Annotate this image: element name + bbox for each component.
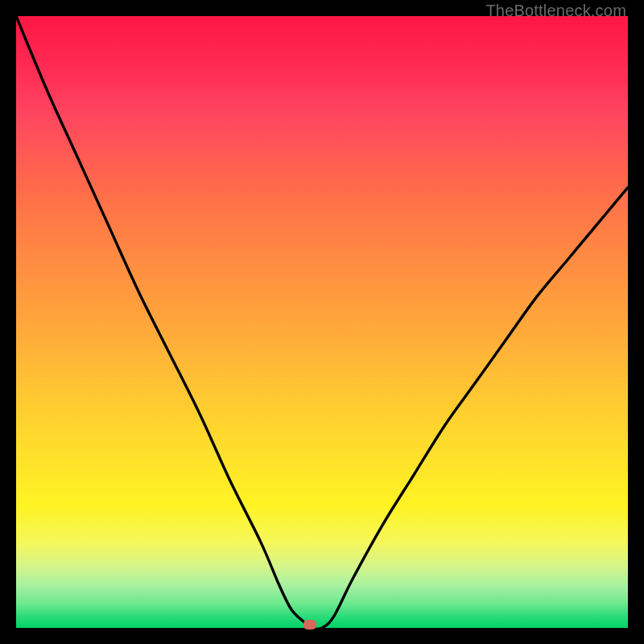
chart-container: TheBottleneck.com (0, 0, 644, 644)
plot-background (16, 16, 628, 628)
optimal-point-marker (303, 620, 316, 630)
